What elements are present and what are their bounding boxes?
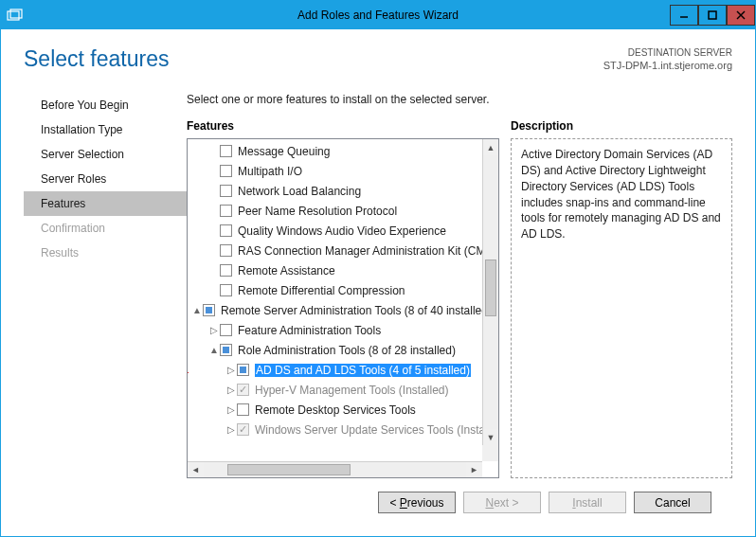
tree-row[interactable]: ▲Remote Server Administration Tools (8 o… (188, 300, 498, 320)
tree-item-label: Remote Assistance (238, 264, 335, 277)
tree-row[interactable]: Peer Name Resolution Protocol (188, 201, 498, 221)
close-button[interactable] (727, 5, 755, 26)
expander-icon[interactable]: ▷ (208, 325, 220, 335)
scroll-down-icon[interactable]: ▼ (483, 429, 498, 445)
scroll-thumb[interactable] (485, 260, 496, 316)
scroll-left-icon[interactable]: ◄ (188, 462, 204, 477)
tree-row[interactable]: Remote Assistance (188, 260, 498, 280)
svg-rect-0 (8, 11, 19, 20)
checkbox[interactable] (237, 364, 249, 376)
scroll-right-icon[interactable]: ► (466, 462, 482, 477)
nav-confirmation: Confirmation (24, 216, 187, 241)
checkbox[interactable] (220, 284, 232, 296)
destination-label: DESTINATION SERVER (603, 46, 732, 59)
tree-row[interactable]: Network Load Balancing (188, 181, 498, 201)
tree-row[interactable]: Quality Windows Audio Video Experience (188, 221, 498, 241)
checkbox[interactable] (220, 244, 232, 257)
tree-item-label: Feature Administration Tools (238, 324, 381, 337)
tree-item-label: Remote Server Administration Tools (8 of… (221, 304, 492, 317)
tree-row[interactable]: ▷Remote Desktop Services Tools (188, 400, 498, 420)
tree-item-label: Remote Differential Compression (238, 284, 405, 297)
destination-info: DESTINATION SERVER STJ-DPM-1.int.stjerom… (603, 46, 732, 72)
next-button: Next > (463, 492, 541, 513)
nav-installation-type[interactable]: Installation Type (24, 117, 187, 142)
vertical-scrollbar[interactable]: ▲ ▼ (482, 139, 498, 445)
wizard-window: Add Roles and Features Wizard Select fea… (0, 0, 756, 537)
install-button: Install (549, 492, 626, 513)
tree-item-label: Message Queuing (238, 145, 330, 158)
instruction-text: Select one or more features to install o… (187, 93, 732, 106)
tree-row[interactable]: Multipath I/O (188, 161, 498, 181)
checkbox (237, 423, 249, 436)
window-title: Add Roles and Features Wizard (297, 9, 459, 22)
tree-item-label: Multipath I/O (238, 165, 302, 178)
checkbox[interactable] (203, 304, 215, 316)
hscroll-thumb[interactable] (227, 464, 351, 475)
tree-row[interactable]: ▷Windows Server Update Services Tools (I… (188, 420, 498, 439)
content-area: Select features DESTINATION SERVER STJ-D… (1, 29, 755, 536)
tree-item-label: AD DS and AD LDS Tools (4 of 5 installed… (255, 364, 471, 377)
tree-item-label: RAS Connection Manager Administration Ki… (238, 244, 498, 258)
expander-icon[interactable]: ▷ (225, 424, 237, 435)
checkbox[interactable] (220, 264, 232, 277)
tree-item-label: Peer Name Resolution Protocol (238, 205, 397, 218)
svg-rect-3 (709, 11, 716, 19)
checkbox[interactable] (220, 145, 232, 157)
checkbox (237, 384, 249, 396)
description-heading: Description (511, 119, 732, 133)
wizard-nav: Before You Begin Installation Type Serve… (24, 93, 187, 478)
titlebar[interactable]: Add Roles and Features Wizard (1, 1, 755, 29)
tree-item-label: Role Administration Tools (8 of 28 insta… (238, 344, 456, 357)
maximize-button[interactable] (698, 5, 727, 26)
tree-row[interactable]: Remote Differential Compression (188, 280, 498, 300)
tree-row[interactable]: ▷Hyper-V Management Tools (Installed) (188, 380, 498, 400)
checkbox[interactable] (220, 224, 232, 237)
description-text: Active Directory Domain Services (AD DS)… (511, 138, 732, 478)
previous-button[interactable]: < Previous (378, 492, 456, 513)
expander-icon[interactable]: ▲ (208, 345, 220, 355)
tree-row[interactable]: ▷Feature Administration Tools (188, 320, 498, 340)
tree-row[interactable]: Message Queuing (188, 141, 498, 161)
tree-item-label: Hyper-V Management Tools (Installed) (255, 384, 449, 397)
features-heading: Features (187, 119, 499, 133)
expander-icon[interactable]: ▷ (225, 365, 237, 375)
features-tree[interactable]: Message QueuingMultipath I/ONetwork Load… (187, 138, 499, 478)
tree-row[interactable]: RAS Connection Manager Administration Ki… (188, 241, 498, 260)
tree-item-label: Network Load Balancing (238, 185, 361, 198)
checkbox[interactable] (220, 344, 232, 356)
nav-server-roles[interactable]: Server Roles (24, 167, 187, 191)
minimize-button[interactable] (670, 5, 698, 26)
destination-value: STJ-DPM-1.int.stjerome.org (603, 59, 732, 72)
checkbox[interactable] (220, 324, 232, 336)
app-icon (7, 9, 24, 22)
scroll-up-icon[interactable]: ▲ (483, 139, 498, 155)
expander-icon[interactable]: ▷ (225, 404, 237, 415)
tree-item-label: Windows Server Update Services Tools (In… (255, 423, 498, 437)
tree-row[interactable]: ▷AD DS and AD LDS Tools (4 of 5 installe… (188, 360, 498, 380)
nav-before-you-begin[interactable]: Before You Begin (24, 93, 187, 117)
nav-results: Results (24, 241, 187, 265)
svg-rect-1 (10, 9, 22, 18)
checkbox[interactable] (220, 165, 232, 177)
expander-icon[interactable]: ▲ (191, 305, 203, 315)
checkbox[interactable] (220, 185, 232, 197)
tree-row[interactable]: ▲Role Administration Tools (8 of 28 inst… (188, 340, 498, 360)
tree-item-label: Quality Windows Audio Video Experience (238, 224, 446, 238)
checkbox[interactable] (220, 205, 232, 217)
cancel-button[interactable]: Cancel (634, 492, 711, 513)
nav-features[interactable]: Features (24, 191, 187, 216)
checkbox[interactable] (237, 403, 249, 416)
expander-icon[interactable]: ▷ (225, 385, 237, 395)
page-title: Select features (24, 46, 169, 72)
tree-item-label: Remote Desktop Services Tools (255, 403, 416, 417)
nav-server-selection[interactable]: Server Selection (24, 142, 187, 167)
button-bar: < Previous Next > Install Cancel (24, 478, 732, 527)
horizontal-scrollbar[interactable]: ◄ ► (188, 461, 482, 477)
